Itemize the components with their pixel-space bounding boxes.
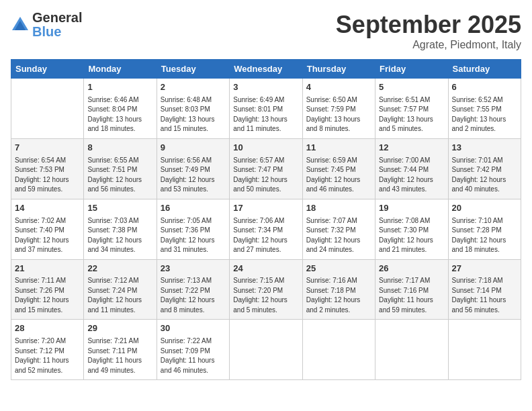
day-info: Sunrise: 7:17 AM Sunset: 7:16 PM Dayligh… — [379, 276, 444, 315]
week-row-1: 1Sunrise: 6:46 AM Sunset: 8:04 PM Daylig… — [11, 79, 521, 139]
day-info: Sunrise: 6:51 AM Sunset: 7:57 PM Dayligh… — [379, 95, 444, 134]
calendar: SundayMondayTuesdayWednesdayThursdayFrid… — [11, 59, 521, 380]
calendar-cell: 14Sunrise: 7:02 AM Sunset: 7:40 PM Dayli… — [11, 199, 84, 259]
day-number: 11 — [306, 142, 371, 154]
calendar-cell: 10Sunrise: 6:57 AM Sunset: 7:47 PM Dayli… — [230, 138, 302, 199]
day-info: Sunrise: 6:48 AM Sunset: 8:03 PM Dayligh… — [161, 95, 226, 134]
day-number: 13 — [452, 142, 517, 154]
day-number: 15 — [87, 202, 152, 215]
weekday-header-tuesday: Tuesday — [157, 60, 229, 79]
weekday-header-thursday: Thursday — [302, 60, 375, 79]
day-number: 4 — [306, 81, 371, 94]
calendar-cell: 22Sunrise: 7:12 AM Sunset: 7:24 PM Dayli… — [84, 259, 157, 320]
location-title: Agrate, Piedmont, Italy — [336, 39, 521, 51]
calendar-cell: 18Sunrise: 7:07 AM Sunset: 7:32 PM Dayli… — [302, 199, 375, 259]
calendar-cell: 24Sunrise: 7:15 AM Sunset: 7:20 PM Dayli… — [230, 259, 302, 320]
day-info: Sunrise: 7:07 AM Sunset: 7:32 PM Dayligh… — [306, 216, 371, 255]
day-info: Sunrise: 7:21 AM Sunset: 7:11 PM Dayligh… — [87, 336, 152, 375]
day-number: 9 — [161, 142, 226, 154]
day-info: Sunrise: 7:05 AM Sunset: 7:36 PM Dayligh… — [161, 216, 226, 255]
calendar-cell: 30Sunrise: 7:22 AM Sunset: 7:09 PM Dayli… — [157, 320, 229, 380]
week-row-5: 28Sunrise: 7:20 AM Sunset: 7:12 PM Dayli… — [11, 320, 521, 380]
day-number: 7 — [15, 142, 80, 154]
day-info: Sunrise: 6:52 AM Sunset: 7:55 PM Dayligh… — [452, 95, 517, 134]
day-info: Sunrise: 7:06 AM Sunset: 7:34 PM Dayligh… — [233, 216, 298, 255]
weekday-header-monday: Monday — [84, 60, 157, 79]
day-number: 18 — [306, 202, 371, 215]
logo: General Blue — [11, 11, 82, 39]
day-number: 6 — [452, 81, 517, 94]
day-info: Sunrise: 6:55 AM Sunset: 7:51 PM Dayligh… — [87, 156, 152, 195]
weekday-header-wednesday: Wednesday — [230, 60, 302, 79]
day-number: 24 — [233, 263, 298, 275]
week-row-4: 21Sunrise: 7:11 AM Sunset: 7:26 PM Dayli… — [11, 259, 521, 320]
calendar-cell: 25Sunrise: 7:16 AM Sunset: 7:18 PM Dayli… — [302, 259, 375, 320]
week-row-3: 14Sunrise: 7:02 AM Sunset: 7:40 PM Dayli… — [11, 199, 521, 259]
month-title: September 2025 — [336, 11, 521, 39]
day-info: Sunrise: 6:59 AM Sunset: 7:45 PM Dayligh… — [306, 156, 371, 195]
day-number: 17 — [233, 202, 298, 215]
day-info: Sunrise: 6:54 AM Sunset: 7:53 PM Dayligh… — [15, 156, 80, 195]
day-info: Sunrise: 7:20 AM Sunset: 7:12 PM Dayligh… — [15, 336, 80, 375]
day-info: Sunrise: 7:15 AM Sunset: 7:20 PM Dayligh… — [233, 276, 298, 315]
day-number: 23 — [161, 263, 226, 275]
calendar-cell: 19Sunrise: 7:08 AM Sunset: 7:30 PM Dayli… — [375, 199, 448, 259]
day-number: 29 — [87, 322, 152, 335]
day-info: Sunrise: 7:08 AM Sunset: 7:30 PM Dayligh… — [379, 216, 444, 255]
day-info: Sunrise: 6:56 AM Sunset: 7:49 PM Dayligh… — [161, 156, 226, 195]
weekday-header-row: SundayMondayTuesdayWednesdayThursdayFrid… — [11, 60, 521, 79]
day-info: Sunrise: 6:50 AM Sunset: 7:59 PM Dayligh… — [306, 95, 371, 134]
day-number: 25 — [306, 263, 371, 275]
week-row-2: 7Sunrise: 6:54 AM Sunset: 7:53 PM Daylig… — [11, 138, 521, 199]
day-number: 1 — [87, 81, 152, 94]
day-number: 12 — [379, 142, 444, 154]
day-number: 30 — [161, 322, 226, 335]
calendar-cell — [11, 79, 84, 139]
calendar-cell: 17Sunrise: 7:06 AM Sunset: 7:34 PM Dayli… — [230, 199, 302, 259]
day-number: 2 — [161, 81, 226, 94]
logo-blue: Blue — [32, 24, 61, 39]
calendar-cell: 9Sunrise: 6:56 AM Sunset: 7:49 PM Daylig… — [157, 138, 229, 199]
calendar-cell: 2Sunrise: 6:48 AM Sunset: 8:03 PM Daylig… — [157, 79, 229, 139]
calendar-cell: 4Sunrise: 6:50 AM Sunset: 7:59 PM Daylig… — [302, 79, 375, 139]
day-number: 21 — [15, 263, 80, 275]
calendar-cell: 13Sunrise: 7:01 AM Sunset: 7:42 PM Dayli… — [448, 138, 521, 199]
day-info: Sunrise: 6:46 AM Sunset: 8:04 PM Dayligh… — [87, 95, 152, 134]
day-number: 20 — [452, 202, 517, 215]
calendar-cell — [375, 320, 448, 380]
day-number: 5 — [379, 81, 444, 94]
calendar-cell: 8Sunrise: 6:55 AM Sunset: 7:51 PM Daylig… — [84, 138, 157, 199]
day-info: Sunrise: 7:01 AM Sunset: 7:42 PM Dayligh… — [452, 156, 517, 195]
title-area: September 2025 Agrate, Piedmont, Italy — [336, 11, 521, 51]
day-info: Sunrise: 7:02 AM Sunset: 7:40 PM Dayligh… — [15, 216, 80, 255]
logo-icon — [11, 15, 30, 34]
day-number: 16 — [161, 202, 226, 215]
day-number: 22 — [87, 263, 152, 275]
day-number: 26 — [379, 263, 444, 275]
calendar-cell: 1Sunrise: 6:46 AM Sunset: 8:04 PM Daylig… — [84, 79, 157, 139]
calendar-cell: 29Sunrise: 7:21 AM Sunset: 7:11 PM Dayli… — [84, 320, 157, 380]
calendar-cell: 3Sunrise: 6:49 AM Sunset: 8:01 PM Daylig… — [230, 79, 302, 139]
day-info: Sunrise: 7:13 AM Sunset: 7:22 PM Dayligh… — [161, 276, 226, 315]
day-number: 27 — [452, 263, 517, 275]
day-info: Sunrise: 7:18 AM Sunset: 7:14 PM Dayligh… — [452, 276, 517, 315]
calendar-cell — [302, 320, 375, 380]
day-info: Sunrise: 6:57 AM Sunset: 7:47 PM Dayligh… — [233, 156, 298, 195]
calendar-cell: 6Sunrise: 6:52 AM Sunset: 7:55 PM Daylig… — [448, 79, 521, 139]
calendar-cell: 20Sunrise: 7:10 AM Sunset: 7:28 PM Dayli… — [448, 199, 521, 259]
calendar-cell — [448, 320, 521, 380]
day-info: Sunrise: 7:16 AM Sunset: 7:18 PM Dayligh… — [306, 276, 371, 315]
logo-general: General — [32, 10, 82, 25]
calendar-cell: 28Sunrise: 7:20 AM Sunset: 7:12 PM Dayli… — [11, 320, 84, 380]
calendar-cell: 26Sunrise: 7:17 AM Sunset: 7:16 PM Dayli… — [375, 259, 448, 320]
calendar-cell: 15Sunrise: 7:03 AM Sunset: 7:38 PM Dayli… — [84, 199, 157, 259]
calendar-cell: 23Sunrise: 7:13 AM Sunset: 7:22 PM Dayli… — [157, 259, 229, 320]
weekday-header-sunday: Sunday — [11, 60, 84, 79]
calendar-cell: 16Sunrise: 7:05 AM Sunset: 7:36 PM Dayli… — [157, 199, 229, 259]
day-number: 14 — [15, 202, 80, 215]
day-info: Sunrise: 7:12 AM Sunset: 7:24 PM Dayligh… — [87, 276, 152, 315]
day-number: 10 — [233, 142, 298, 154]
day-number: 3 — [233, 81, 298, 94]
calendar-cell: 5Sunrise: 6:51 AM Sunset: 7:57 PM Daylig… — [375, 79, 448, 139]
calendar-cell — [230, 320, 302, 380]
